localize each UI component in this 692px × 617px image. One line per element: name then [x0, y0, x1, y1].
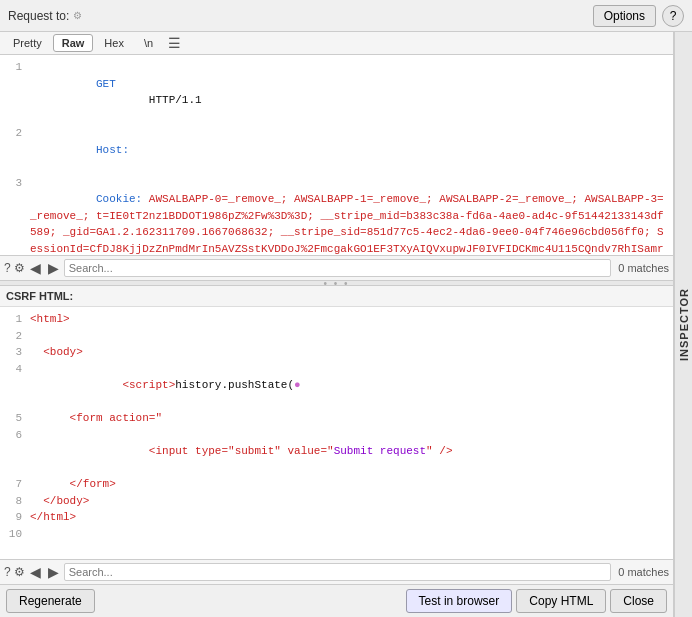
- http-line-1: 1 GET HTTP/1.1: [6, 59, 667, 125]
- search-input-2[interactable]: [64, 563, 612, 581]
- tab-newline[interactable]: \n: [135, 34, 162, 52]
- help-icon-2[interactable]: ?: [4, 565, 11, 579]
- menu-icon[interactable]: ☰: [168, 35, 181, 51]
- inspector-sidebar: INSPECTOR: [674, 32, 692, 617]
- tab-hex[interactable]: Hex: [95, 34, 133, 52]
- http-toolbar: Pretty Raw Hex \n ☰: [0, 32, 673, 55]
- prev-arrow-2[interactable]: ◀: [28, 564, 43, 580]
- html-line-1: 1 <html>: [6, 311, 667, 328]
- gear-icon-1[interactable]: ⚙: [14, 261, 25, 275]
- html-line-6: 6 <input type="submit" value="Submit req…: [6, 427, 667, 477]
- options-button[interactable]: Options: [593, 5, 656, 27]
- matches-label-2: 0 matches: [618, 566, 669, 578]
- close-button[interactable]: Close: [610, 589, 667, 613]
- search-input-1[interactable]: [64, 259, 612, 277]
- request-to-icon: ⚙: [73, 10, 82, 21]
- next-arrow-1[interactable]: ▶: [46, 260, 61, 276]
- matches-label-1: 0 matches: [618, 262, 669, 274]
- gear-icon-2[interactable]: ⚙: [14, 565, 25, 579]
- regenerate-button[interactable]: Regenerate: [6, 589, 95, 613]
- search-bar-1: ? ⚙ ◀ ▶ 0 matches: [0, 255, 673, 280]
- tab-raw[interactable]: Raw: [53, 34, 94, 52]
- bottom-toolbar: Regenerate Test in browser Copy HTML Clo…: [0, 584, 673, 617]
- html-line-4: 4 <script>history.pushState(●: [6, 361, 667, 411]
- csrf-label: CSRF HTML:: [0, 286, 673, 307]
- html-line-9: 9 </html>: [6, 509, 667, 526]
- html-line-5: 5 <form action=": [6, 410, 667, 427]
- html-content: 1 <html> 2 3 <body> 4 <script>history.pu…: [0, 307, 673, 559]
- help-button[interactable]: ?: [662, 5, 684, 27]
- html-line-2: 2: [6, 328, 667, 345]
- test-in-browser-button[interactable]: Test in browser: [406, 589, 513, 613]
- inspector-label: INSPECTOR: [678, 288, 690, 361]
- main-content: Pretty Raw Hex \n ☰ 1 GET HTTP/1.1 2 Hos…: [0, 32, 692, 617]
- html-line-10: 10: [6, 526, 667, 543]
- request-to-label: Request to:: [8, 9, 69, 23]
- http-content: 1 GET HTTP/1.1 2 Host: 3 Cookie: AWSALBA…: [0, 55, 673, 255]
- search-bar-2: ? ⚙ ◀ ▶ 0 matches: [0, 559, 673, 584]
- top-bar: Request to: ⚙ Options ?: [0, 0, 692, 32]
- http-line-2: 2 Host:: [6, 125, 667, 175]
- next-arrow-2[interactable]: ▶: [46, 564, 61, 580]
- left-panel: Pretty Raw Hex \n ☰ 1 GET HTTP/1.1 2 Hos…: [0, 32, 674, 617]
- html-line-7: 7 </form>: [6, 476, 667, 493]
- tab-pretty[interactable]: Pretty: [4, 34, 51, 52]
- html-line-8: 8 </body>: [6, 493, 667, 510]
- prev-arrow-1[interactable]: ◀: [28, 260, 43, 276]
- help-icon-1[interactable]: ?: [4, 261, 11, 275]
- html-line-3: 3 <body>: [6, 344, 667, 361]
- http-line-3: 3 Cookie: AWSALBAPP-0=_remove_; AWSALBAP…: [6, 175, 667, 256]
- copy-html-button[interactable]: Copy HTML: [516, 589, 606, 613]
